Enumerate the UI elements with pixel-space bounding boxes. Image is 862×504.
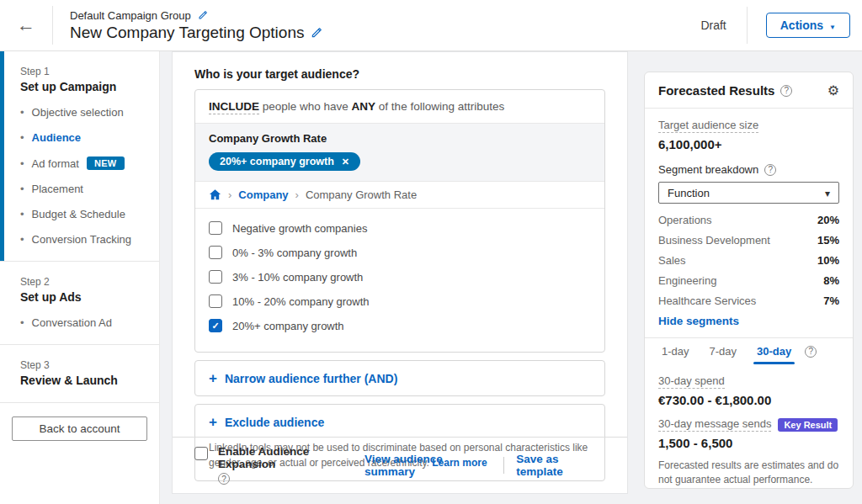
step-title: Set up Campaign (20, 80, 147, 93)
back-arrow-icon[interactable]: ← (0, 14, 52, 36)
segment-row: Business Development 15% (658, 234, 839, 247)
include-keyword[interactable]: INCLUDE (209, 100, 259, 114)
title-block: Default Campaign Group New Company Targe… (70, 9, 322, 42)
steps-sidebar: Step 1 Set up Campaign Objective selecti… (0, 51, 160, 504)
option-label: Negative growth companies (232, 222, 367, 235)
remove-chip-icon[interactable] (342, 156, 349, 167)
edit-pencil-icon[interactable] (198, 10, 208, 20)
audience-footer: Enable Audience Expansion View audience … (173, 437, 627, 493)
footer-links-divider (503, 457, 504, 474)
sidebar-item-ad-format[interactable]: Ad formatNEW (20, 157, 147, 170)
include-middle-text: people who have (259, 100, 352, 113)
segment-name: Sales (658, 254, 686, 267)
help-icon[interactable] (218, 473, 230, 485)
segment-name: Business Development (658, 234, 770, 247)
key-result-badge: Key Result (778, 418, 838, 432)
target-audience-size-label[interactable]: Target audience size (658, 119, 758, 133)
header-divider (747, 7, 748, 44)
checkbox[interactable] (209, 221, 222, 235)
breadcrumb: Company Company Growth Rate (195, 181, 604, 209)
sidebar-item-conversation-ad[interactable]: Conversation Ad (20, 316, 147, 329)
segment-name: Operations (658, 214, 712, 226)
edit-pencil-icon[interactable] (311, 27, 322, 39)
page-title: New Company Targeting Options (70, 24, 304, 42)
step-1-section: Step 1 Set up Campaign Objective selecti… (0, 51, 159, 262)
help-icon[interactable] (764, 164, 776, 176)
exclude-audience-button[interactable]: Exclude audience (209, 415, 591, 429)
step-3-section: Step 3 Review & Launch (0, 345, 159, 403)
actions-button[interactable]: Actions (766, 13, 850, 38)
option-label: 3% - 10% company growth (232, 271, 363, 284)
chevron-right-icon (228, 188, 231, 201)
segment-breakdown-select[interactable]: Function (658, 182, 839, 204)
checkbox[interactable] (209, 246, 222, 259)
facet-title: Company Growth Rate (209, 132, 591, 145)
chevron-down-icon (825, 187, 830, 199)
help-icon[interactable] (780, 85, 792, 97)
segment-value: 15% (817, 234, 839, 247)
segment-value: 8% (823, 274, 839, 287)
new-badge: NEW (87, 157, 125, 170)
campaign-group-name: Default Campaign Group (70, 9, 191, 22)
option-label: 0% - 3% company growth (232, 247, 357, 259)
include-card: INCLUDE people who have ANY of the follo… (194, 89, 605, 353)
tab-7-day[interactable]: 7-day (700, 338, 748, 364)
option-0-3-growth[interactable]: 0% - 3% company growth (209, 246, 591, 259)
home-icon[interactable] (209, 188, 221, 201)
bullet-icon (20, 316, 24, 329)
segment-value: 7% (823, 294, 839, 307)
back-to-account-button[interactable]: Back to account (12, 416, 147, 441)
bullet-icon (20, 233, 24, 246)
option-3-10-growth[interactable]: 3% - 10% company growth (209, 270, 591, 284)
option-negative-growth[interactable]: Negative growth companies (209, 221, 591, 235)
spend-label[interactable]: 30-day spend (658, 374, 725, 389)
forecast-note-text: Forecasted results are estimates and do … (658, 459, 838, 485)
chevron-down-icon (829, 19, 836, 32)
status-badge: Draft (700, 19, 726, 32)
forecast-header: Forecasted Results (645, 72, 853, 109)
tab-30-day[interactable]: 30-day (747, 338, 801, 364)
selected-attribute-chip[interactable]: 20%+ company growth (209, 152, 360, 171)
forecasted-results-card: Forecasted Results Target audience size … (644, 72, 854, 489)
bullet-icon (20, 208, 24, 220)
sidebar-item-audience[interactable]: Audience (20, 131, 147, 144)
option-label: 20%+ company growth (232, 320, 344, 332)
exclude-audience-label: Exclude audience (225, 416, 324, 429)
help-icon[interactable] (805, 346, 817, 358)
narrow-audience-button[interactable]: Narrow audience further (AND) (209, 371, 591, 385)
sidebar-item-objective-selection[interactable]: Objective selection (20, 106, 147, 119)
segment-list: Operations 20% Business Development 15% … (658, 214, 839, 307)
sidebar-item-conversion-tracking[interactable]: Conversion Tracking (20, 233, 147, 246)
step-number: Step 2 (20, 276, 147, 288)
option-10-20-growth[interactable]: 10% - 20% company growth (209, 294, 591, 308)
tab-1-day[interactable]: 1-day (652, 338, 700, 364)
option-label: 10% - 20% company growth (232, 295, 370, 308)
narrow-audience-card: Narrow audience further (AND) (194, 360, 605, 396)
audience-panel: Who is your target audience? INCLUDE peo… (173, 52, 627, 493)
sidebar-item-placement[interactable]: Placement (20, 183, 147, 195)
segment-row: Engineering 8% (658, 274, 839, 287)
chevron-right-icon (295, 188, 299, 201)
save-as-template-link[interactable]: Save as template (516, 453, 605, 478)
segment-row: Healthcare Services 7% (658, 294, 839, 307)
breadcrumb-company-link[interactable]: Company (238, 188, 288, 201)
plus-icon (209, 415, 217, 429)
checkbox[interactable] (209, 270, 222, 284)
sidebar-item-budget-schedule[interactable]: Budget & Schedule (20, 208, 147, 220)
checkbox[interactable] (209, 294, 222, 308)
audience-expansion-checkbox[interactable] (194, 447, 208, 460)
bullet-icon (20, 106, 24, 119)
narrow-audience-label: Narrow audience further (AND) (225, 372, 397, 385)
bullet-icon (20, 157, 24, 170)
step-title: Set up Ads (20, 290, 147, 304)
message-sends-label[interactable]: 30-day message sends (658, 417, 771, 432)
view-audience-summary-link[interactable]: View audience summary (364, 453, 492, 478)
checkbox[interactable] (209, 319, 222, 332)
top-header: ← Default Campaign Group New Company Tar… (0, 0, 862, 51)
option-20-plus-growth[interactable]: 20%+ company growth (209, 319, 591, 332)
breadcrumb-current: Company Growth Rate (306, 188, 417, 201)
growth-options-list: Negative growth companies 0% - 3% compan… (195, 209, 604, 352)
gear-icon[interactable] (827, 82, 839, 98)
include-suffix-text: of the following attributes (375, 100, 504, 113)
hide-segments-link[interactable]: Hide segments (658, 315, 839, 327)
